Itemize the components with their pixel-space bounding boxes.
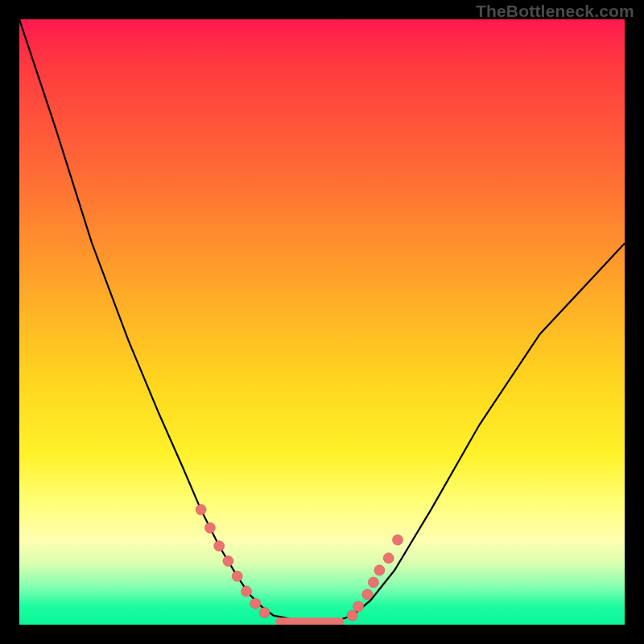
data-point [393,535,403,545]
data-point [347,610,357,621]
data-point [250,598,261,609]
bottleneck-curve [19,19,625,625]
data-point [362,589,373,600]
watermark-text: TheBottleneck.com [476,2,634,21]
data-point [383,553,394,564]
data-point [204,522,215,533]
data-point [214,541,225,551]
chart-plot-area [19,19,625,625]
data-point [223,556,233,567]
data-point [196,505,206,515]
data-point [353,601,364,612]
data-point [374,565,385,576]
data-point [232,571,242,581]
data-point [259,608,270,618]
data-point [368,577,378,588]
data-point [242,586,252,597]
